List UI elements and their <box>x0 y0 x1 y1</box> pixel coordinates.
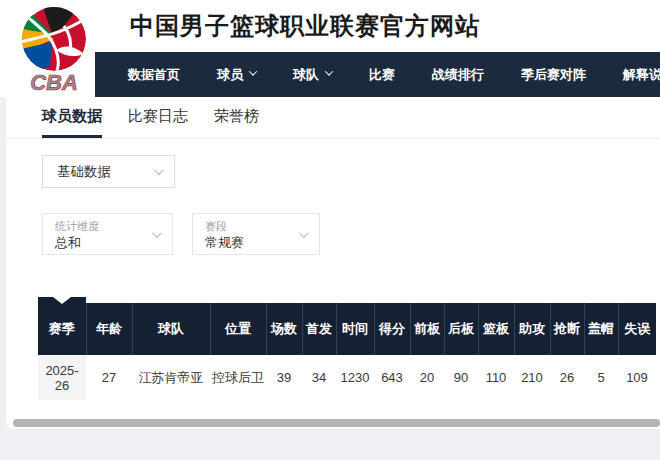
chevron-down-icon <box>152 228 162 238</box>
table-row: 2025-2627江苏肯帝亚控球后卫3934123064320901102102… <box>38 355 656 400</box>
chevron-down-icon <box>325 67 333 75</box>
cell-5: 39 <box>266 355 302 400</box>
stat-type-select[interactable]: 基础数据 <box>42 155 175 188</box>
col-header-2[interactable]: 年龄 <box>86 303 132 355</box>
nav-item-label: 球员 <box>217 66 243 84</box>
horizontal-scrollbar[interactable] <box>13 419 660 427</box>
col-header-4[interactable]: 位置 <box>210 303 266 355</box>
chevron-down-icon <box>154 165 164 175</box>
stats-table-wrap: 赛季年龄球队位置场数首发时间得分前板后板篮板助攻抢断盖帽失误 2025-2627… <box>38 303 660 400</box>
cell-10: 90 <box>444 355 478 400</box>
basketball-icon <box>14 4 86 74</box>
nav-item-data-home[interactable]: 数据首页 <box>128 66 180 84</box>
table-body: 2025-2627江苏肯帝亚控球后卫3934123064320901102102… <box>38 355 656 400</box>
col-header-1[interactable]: 赛季 <box>38 303 86 355</box>
stat-type-value: 基础数据 <box>57 163 111 181</box>
filter-label: 赛段 <box>205 219 293 234</box>
main-navbar: 数据首页球员球队比赛战绩排行季后赛对阵解释说明 <box>95 52 660 97</box>
col-header-8[interactable]: 得分 <box>374 303 410 355</box>
page-title: 中国男子篮球职业联赛官方网站 <box>130 10 480 42</box>
col-header-3[interactable]: 球队 <box>132 303 210 355</box>
cell-2: 27 <box>86 355 132 400</box>
nav-item-label: 解释说明 <box>623 66 660 84</box>
nav-item-teams[interactable]: 球队 <box>293 66 332 84</box>
filter-value: 常规赛 <box>205 234 293 251</box>
cell-4: 控球后卫 <box>210 355 266 400</box>
cell-12: 210 <box>514 355 550 400</box>
cell-1: 2025-26 <box>38 355 86 400</box>
table-header-row: 赛季年龄球队位置场数首发时间得分前板后板篮板助攻抢断盖帽失误 <box>38 303 656 355</box>
cell-3: 江苏肯帝亚 <box>132 355 210 400</box>
nav-item-label: 比赛 <box>369 66 395 84</box>
col-header-13[interactable]: 抢断 <box>550 303 584 355</box>
nav-item-glossary[interactable]: 解释说明 <box>623 66 660 84</box>
col-header-6[interactable]: 首发 <box>302 303 336 355</box>
filter-label: 统计维度 <box>55 219 146 234</box>
nav-item-label: 数据首页 <box>128 66 180 84</box>
filter-value: 总和 <box>55 234 146 251</box>
col-header-9[interactable]: 前板 <box>410 303 444 355</box>
cell-13: 26 <box>550 355 584 400</box>
col-header-12[interactable]: 助攻 <box>514 303 550 355</box>
nav-item-label: 季后赛对阵 <box>521 66 586 84</box>
col-header-7[interactable]: 时间 <box>336 303 374 355</box>
cell-8: 643 <box>374 355 410 400</box>
nav-item-standings[interactable]: 战绩排行 <box>432 66 484 84</box>
cell-15: 109 <box>618 355 656 400</box>
col-header-5[interactable]: 场数 <box>266 303 302 355</box>
nav-item-games[interactable]: 比赛 <box>369 66 395 84</box>
chevron-down-icon <box>249 67 257 75</box>
stage-filter[interactable]: 赛段 常规赛 <box>192 213 320 255</box>
col-header-10[interactable]: 后板 <box>444 303 478 355</box>
chevron-down-icon <box>299 228 309 238</box>
filter-row: 统计维度 总和 赛段 常规赛 <box>42 213 660 255</box>
player-stats-table: 赛季年龄球队位置场数首发时间得分前板后板篮板助攻抢断盖帽失误 2025-2627… <box>38 303 656 400</box>
col-header-11[interactable]: 篮板 <box>478 303 514 355</box>
cell-6: 34 <box>302 355 336 400</box>
tab-bar: 球员数据比赛日志荣誉榜 <box>6 97 660 139</box>
col-header-14[interactable]: 盖帽 <box>584 303 618 355</box>
cell-14: 5 <box>584 355 618 400</box>
tab-honor-roll[interactable]: 荣誉榜 <box>214 97 259 138</box>
nav-item-playoffs[interactable]: 季后赛对阵 <box>521 66 586 84</box>
top-header: CBA 中国男子篮球职业联赛官方网站 数据首页球员球队比赛战绩排行季后赛对阵解释… <box>0 0 660 97</box>
nav-item-label: 球队 <box>293 66 319 84</box>
col-header-15[interactable]: 失误 <box>618 303 656 355</box>
content-card: 球员数据比赛日志荣誉榜 基础数据 统计维度 总和 赛段 常规赛 赛季年龄球队位置… <box>6 97 660 429</box>
tab-player-data[interactable]: 球员数据 <box>42 97 102 138</box>
nav-item-label: 战绩排行 <box>432 66 484 84</box>
cba-logo[interactable]: CBA <box>12 4 96 96</box>
tab-game-log[interactable]: 比赛日志 <box>128 97 188 138</box>
cba-wordmark: CBA <box>30 70 78 95</box>
nav-item-players[interactable]: 球员 <box>217 66 256 84</box>
cell-11: 110 <box>478 355 514 400</box>
cell-7: 1230 <box>336 355 374 400</box>
stat-dimension-filter[interactable]: 统计维度 总和 <box>42 213 173 255</box>
cell-9: 20 <box>410 355 444 400</box>
